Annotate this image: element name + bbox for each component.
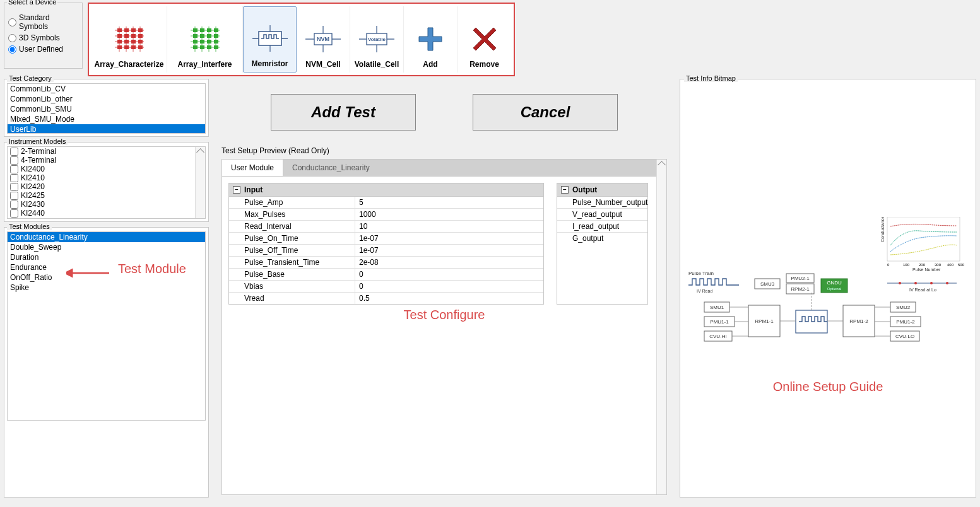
annotation-test-module: Test Module (118, 262, 186, 276)
table-row: Vread0.5 (229, 293, 543, 304)
chart-ylabel: Conductance (880, 217, 885, 242)
check-ki2425[interactable]: KI2425 (8, 191, 205, 200)
svg-text:SMU3: SMU3 (760, 281, 775, 287)
svg-text:Volatile: Volatile (368, 37, 386, 42)
input-grid: −Input Pulse_Amp5Max_Pulses1000Read_Inte… (228, 183, 544, 305)
array-red-icon (110, 23, 148, 55)
tool-nvm_cell[interactable]: NVMNVM_Cell (297, 6, 350, 73)
table-row: V_read_output (557, 209, 647, 221)
table-row: I_read_output (557, 221, 647, 233)
svg-text:200: 200 (919, 263, 926, 267)
svg-text:RPM2-1: RPM2-1 (791, 286, 810, 292)
test-modules-list[interactable]: Conductance_LinearityDouble_SweepDuratio… (7, 231, 206, 421)
radio-user-defined[interactable]: User Defined (8, 45, 78, 54)
table-row: Pulse_Amp5 (229, 197, 543, 209)
table-row: Pulse_Number_output (557, 197, 647, 209)
table-row: Pulse_On_Time1e-07 (229, 233, 543, 245)
check-ki2400[interactable]: KI2400 (8, 165, 205, 173)
test-category-panel: Test Category CommonLib_CVCommonLib_othe… (4, 79, 209, 137)
list-item[interactable]: Duration (8, 252, 205, 262)
list-item[interactable]: CommonLib_other (8, 94, 205, 104)
tool-volatile_cell[interactable]: VolatileVolatile_Cell (350, 6, 404, 73)
tool-memristor[interactable]: Memristor (243, 6, 297, 73)
table-row: Pulse_Base0 (229, 269, 543, 281)
plus-icon (411, 23, 449, 55)
svg-text:300: 300 (935, 263, 942, 267)
device-toolbar: Array_CharacterizeArray_InterfereMemrist… (88, 3, 515, 76)
test-category-list[interactable]: CommonLib_CVCommonLib_otherCommonLib_SMU… (7, 83, 206, 134)
svg-text:500: 500 (958, 263, 965, 267)
table-row: Read_Interval10 (229, 221, 543, 233)
collapse-icon[interactable]: − (233, 186, 240, 194)
annotation-online-guide: Online Setup Guide (685, 380, 971, 394)
svg-rect-67 (887, 217, 960, 261)
tool-array_interfere[interactable]: Array_Interfere (167, 6, 243, 73)
svg-text:Optional: Optional (827, 287, 841, 291)
svg-text:CVU-LO: CVU-LO (895, 334, 914, 339)
nvm-icon: NVM (304, 23, 342, 55)
output-grid: −Output Pulse_Number_outputV_read_output… (557, 183, 648, 305)
list-item[interactable]: Mixed_SMU_Mode (8, 114, 205, 124)
list-item[interactable]: Spike (8, 283, 205, 293)
test-modules-panel: Test Modules Conductance_LinearityDouble… (4, 227, 209, 498)
list-item[interactable]: Double_Sweep (8, 242, 205, 252)
check-4-terminal[interactable]: 4-Terminal (8, 156, 205, 165)
tool-array_characterize[interactable]: Array_Characterize (92, 6, 167, 73)
radio-standard-symbols[interactable]: Standard Symbols (8, 13, 78, 31)
scrollbar[interactable] (195, 147, 205, 218)
tab-user-module[interactable]: User Module (222, 160, 283, 176)
table-row: Pulse_Transient_Time2e-08 (229, 257, 543, 269)
table-row: G_output (557, 233, 647, 244)
table-row: Vbias0 (229, 281, 543, 293)
table-row: Pulse_Off_Time1e-07 (229, 245, 543, 257)
svg-text:SMU2: SMU2 (896, 305, 911, 310)
svg-text:IV Read at Lo: IV Read at Lo (909, 288, 936, 292)
instrument-models-list[interactable]: 2-Terminal4-TerminalKI2400KI2410KI2420KI… (7, 146, 206, 219)
chart-xlabel: Pulse Number (912, 267, 941, 272)
svg-point-80 (946, 282, 948, 284)
tool-add[interactable]: Add (404, 6, 458, 73)
svg-text:IV Read: IV Read (697, 289, 712, 293)
svg-text:CVU-HI: CVU-HI (709, 334, 727, 339)
svg-point-77 (899, 282, 901, 284)
check-ki2440[interactable]: KI2440 (8, 209, 205, 218)
radio-3d-symbols[interactable]: 3D Symbols (8, 33, 78, 42)
check-ki2430[interactable]: KI2430 (8, 200, 205, 209)
svg-text:400: 400 (947, 263, 954, 267)
volatile-icon: Volatile (358, 23, 396, 55)
annotation-arrow-icon (66, 267, 110, 279)
list-item[interactable]: UserLib (8, 124, 205, 134)
svg-text:PMU1-1: PMU1-1 (710, 319, 729, 325)
svg-text:SMU1: SMU1 (710, 305, 724, 310)
list-item[interactable]: Conductance_Linearity (8, 232, 205, 242)
test-info-bitmap-panel: Test Info Bitmap Conductance 01002003004… (680, 79, 976, 498)
preview-box: User Module Conductance_Linearity −Input… (221, 159, 667, 495)
preview-label: Test Setup Preview (Read Only) (221, 146, 673, 155)
svg-text:RPM1-1: RPM1-1 (755, 318, 774, 324)
cancel-button[interactable]: Cancel (473, 94, 618, 131)
svg-point-79 (930, 282, 933, 284)
table-row: Max_Pulses1000 (229, 209, 543, 221)
setup-diagram: Conductance 0100200300400500 Pulse Numbe… (685, 217, 971, 368)
tab-conductance-linearity[interactable]: Conductance_Linearity (283, 160, 379, 176)
list-item[interactable]: CommonLib_SMU (8, 104, 205, 114)
svg-point-78 (914, 282, 917, 284)
svg-text:Pulse Train: Pulse Train (688, 271, 714, 276)
svg-text:RPM1-2: RPM1-2 (849, 318, 868, 324)
svg-text:100: 100 (903, 263, 910, 267)
list-item[interactable]: CommonLib_CV (8, 84, 205, 94)
svg-text:GNDU: GNDU (827, 280, 842, 286)
add-test-button[interactable]: Add Test (271, 94, 416, 131)
check-2-terminal[interactable]: 2-Terminal (8, 147, 205, 156)
memristor-icon (251, 23, 289, 54)
svg-text:NVM: NVM (317, 36, 329, 42)
scrollbar[interactable] (656, 160, 666, 494)
tool-remove[interactable]: Remove (458, 6, 511, 73)
cross-icon (466, 23, 504, 55)
select-device-group: Select a Device Standard Symbols 3D Symb… (4, 3, 83, 69)
check-ki2420[interactable]: KI2420 (8, 182, 205, 191)
check-ki2410[interactable]: KI2410 (8, 173, 205, 182)
instrument-models-panel: Instrument Models 2-Terminal4-TerminalKI… (4, 142, 209, 222)
svg-text:PMU1-2: PMU1-2 (896, 319, 915, 325)
collapse-icon[interactable]: − (561, 186, 569, 194)
